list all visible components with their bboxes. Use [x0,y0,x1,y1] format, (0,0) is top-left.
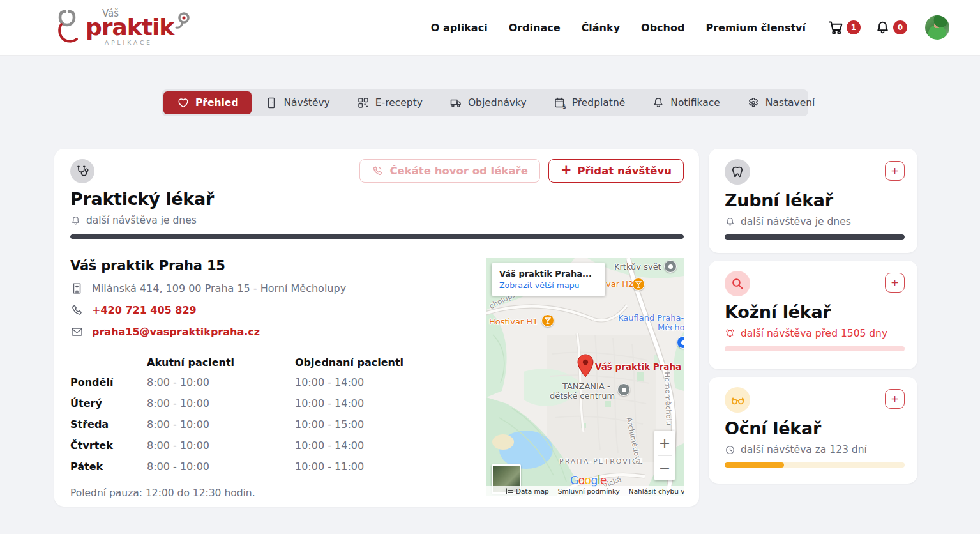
nav-premium[interactable]: Premium členství [705,22,806,34]
notifications-badge: 0 [893,20,907,34]
nav-o-aplikaci[interactable]: O aplikaci [431,22,488,34]
tab-label: Návštěvy [283,97,329,109]
door-icon [265,96,278,109]
table-row: Pondělí 8:00 - 10:00 10:00 - 14:00 [70,372,474,393]
keyboard-shortcuts-icon[interactable] [506,488,507,494]
tooth-icon [725,159,750,185]
add-visit-zubni-button[interactable]: + [885,161,905,181]
cocktail-icon [545,317,551,324]
tab-label: Přehled [195,97,238,109]
section-tabbar: Přehled Návštěvy E-recepty Objednávky $ … [162,89,808,116]
map-label-tanzania-1: TANZANIA - [562,381,610,391]
bell-icon [70,215,81,226]
table-row: Úterý 8:00 - 10:00 10:00 - 14:00 [70,393,474,414]
map-label-krtkuv-svet: Krtkův svět [614,262,661,271]
tab-nastaveni[interactable]: Nastavení [734,91,829,114]
opening-hours-table: Akutní pacienti Objednaní pacienti Pondě… [70,353,474,477]
map-marker-h2-transit[interactable] [632,278,645,291]
add-visit-button[interactable]: + Přidat návštěvu [548,159,684,183]
table-row: Pátek 8:00 - 10:00 10:00 - 11:00 [70,456,474,477]
map-label-hostivar-h1: Hostivar H1 [489,317,538,326]
office-name: Váš praktik Praha 15 [70,258,474,273]
gear-icon [747,96,760,109]
map-label-tanzania-2: dětské centrum [550,391,615,400]
cart-button[interactable]: 1 [827,19,861,36]
tab-objednavky[interactable]: Objednávky [436,91,540,114]
add-visit-label: Přidat návštěvu [577,165,672,177]
map-pin-red[interactable] [577,354,594,378]
add-visit-ocni-button[interactable]: + [885,389,905,409]
bell-ring-icon [725,328,735,339]
phone-row: +420 721 405 829 [70,303,474,317]
call-waiting-label: Čekáte hovor od lékaře [389,165,527,177]
map-terms-link[interactable]: Smluvní podmínky [558,487,620,495]
map-zoom-control: + − [654,431,675,480]
card-title: Zubní lékař [725,190,905,210]
card-title: Oční lékař [725,418,905,438]
map-info-link[interactable]: Zobrazit větší mapu [499,280,598,290]
app-logo[interactable]: Váš praktik APLIKACE [56,9,192,46]
logo-sub-text: APLIKACE [105,40,174,46]
practitioner-card-prakticky: Čekáte hovor od lékaře + Přidat návštěvu… [54,149,699,507]
email-row: praha15@vaspraktikpraha.cz [70,325,474,339]
next-visit-text: další návštěva je dnes [86,215,197,226]
map-label-vas-praktik: Váš praktik Praha 15 [595,362,684,372]
truck-icon [449,96,462,109]
map-marker-krtkuv-svet[interactable] [664,260,677,273]
map-zoom-out-button[interactable]: − [654,456,675,481]
call-waiting-button[interactable]: Čekáte hovor od lékaře [359,159,539,183]
specialist-card-kozni: + Kožní lékař další návštěva před 1505 d… [709,261,917,369]
header-icons: 1 0 [827,15,949,40]
cart-icon [827,19,844,36]
schedule-col-acute: Akutní pacienti [147,356,295,369]
clock-icon [725,445,735,455]
email-link[interactable]: praha15@vaspraktikpraha.cz [92,326,260,338]
address-row: Milánská 414, 109 00 Praha 15 - Horní Mě… [70,282,474,295]
qr-code-icon [357,96,370,109]
cocktail-icon [635,281,642,288]
tab-erecepty[interactable]: E-recepty [343,91,436,114]
google-map[interactable]: Váš praktik Praha... Zobrazit větší mapu… [486,258,684,496]
next-visit-text: další návštěva za 123 dní [741,444,867,455]
tab-label: Notifikace [670,97,720,109]
map-marker-h1-transit[interactable] [541,314,554,327]
stethoscope-logo-icon [56,9,84,46]
nav-ordinace[interactable]: Ordinace [509,22,561,34]
tab-prehled[interactable]: Přehled [163,91,252,114]
map-label-hornomecholupska: Hornoměcholu [663,372,674,425]
phone-icon [70,303,84,317]
map-label-h2: var H2 [606,279,633,289]
nav-clanky[interactable]: Články [582,22,620,34]
top-bar: Váš praktik APLIKACE O aplikaci Ordinace… [0,0,980,56]
tab-label: Objednávky [468,97,527,109]
address-text: Milánská 414, 109 00 Praha 15 - Horní Mě… [92,282,346,294]
map-attribution-bar: Data map Smluvní podmínky Nahlásit chybu… [486,486,684,496]
map-label-kaufland: Kaufland Praha-H [618,313,684,323]
add-visit-kozni-button[interactable]: + [885,273,905,293]
phone-link[interactable]: +420 721 405 829 [92,304,197,316]
next-visit-text: další návštěva před 1505 dny [741,328,887,339]
tab-label: Předplatné [572,97,626,109]
user-avatar[interactable] [925,15,949,40]
tab-notifikace[interactable]: Notifikace [638,91,734,114]
google-logo: Google [570,474,607,487]
tab-navstevy[interactable]: Návštěvy [252,91,343,114]
nav-obchod[interactable]: Obchod [641,22,684,34]
map-report-link[interactable]: Nahlásit chybu v mapě [629,487,684,495]
map-label-kaufland-2: Měcho [658,323,684,332]
map-info-title: Váš praktik Praha... [499,269,598,278]
map-zoom-in-button[interactable]: + [654,431,675,455]
map-info-window: Váš praktik Praha... Zobrazit větší mapu [492,263,605,296]
plus-icon: + [561,164,572,177]
next-visit-row: další návštěva za 123 dní [725,444,905,455]
next-visit-row: další návštěva je dnes [70,215,684,226]
map-marker-tanzania[interactable] [617,383,630,396]
visit-progress-bar [725,346,905,351]
visit-progress-bar [725,462,905,468]
schedule-header-row: Akutní pacienti Objednaní pacienti [70,353,474,372]
notifications-button[interactable]: 0 [875,20,907,36]
cart-badge: 1 [847,20,861,34]
tab-predplatne[interactable]: $ Předplatné [540,91,639,114]
bell-icon [875,20,891,36]
map-data-link[interactable]: Data map [516,487,549,495]
